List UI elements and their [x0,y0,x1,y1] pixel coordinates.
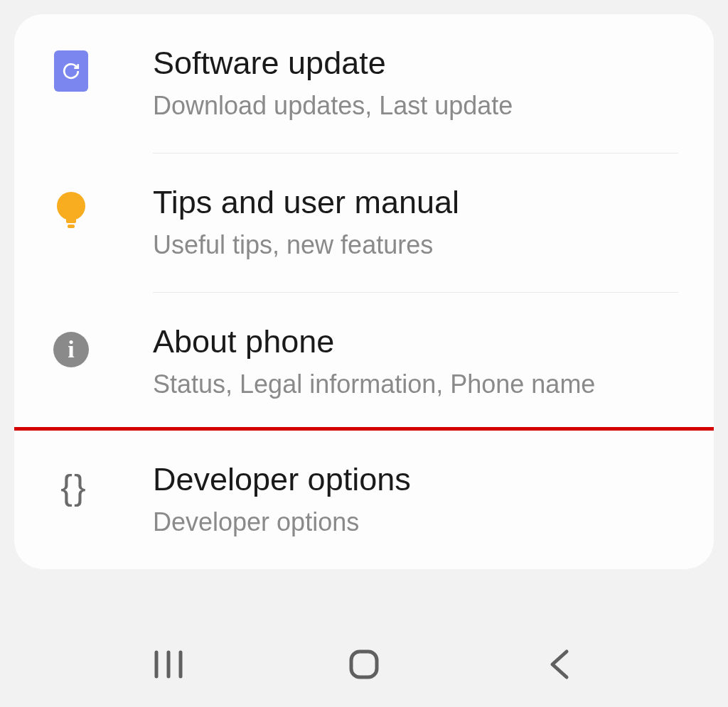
settings-item-about-phone[interactable]: i About phone Status, Legal information,… [14,293,714,431]
settings-item-subtitle: Developer options [153,506,692,539]
svg-rect-1 [66,219,76,223]
home-button[interactable] [336,643,392,686]
settings-item-text: About phone Status, Legal information, P… [153,323,692,401]
svg-rect-6 [351,652,377,677]
bulb-icon [50,189,92,232]
settings-item-title: About phone [153,323,692,361]
recents-button[interactable] [140,643,197,686]
settings-item-title: Software update [153,44,692,82]
settings-item-title: Developer options [153,460,692,499]
settings-item-title: Tips and user manual [153,183,692,222]
navigation-bar [0,622,728,707]
settings-item-subtitle: Status, Legal information, Phone name [153,368,692,401]
info-icon: i [50,328,92,371]
svg-point-0 [57,192,85,220]
settings-item-software-update[interactable]: Software update Download updates, Last u… [14,14,714,153]
settings-item-text: Tips and user manual Useful tips, new fe… [153,183,692,262]
settings-item-developer-options[interactable]: { } Developer options Developer options [14,427,714,569]
settings-item-subtitle: Download updates, Last update [153,90,692,123]
settings-item-text: Developer options Developer options [153,460,692,539]
settings-card: Software update Download updates, Last u… [14,14,714,569]
back-button[interactable] [531,643,588,686]
settings-item-tips[interactable]: Tips and user manual Useful tips, new fe… [14,153,714,292]
braces-icon: { } [50,466,92,509]
svg-rect-2 [68,225,75,228]
settings-item-text: Software update Download updates, Last u… [153,44,692,123]
settings-item-subtitle: Useful tips, new features [153,229,692,262]
refresh-icon [50,50,92,92]
